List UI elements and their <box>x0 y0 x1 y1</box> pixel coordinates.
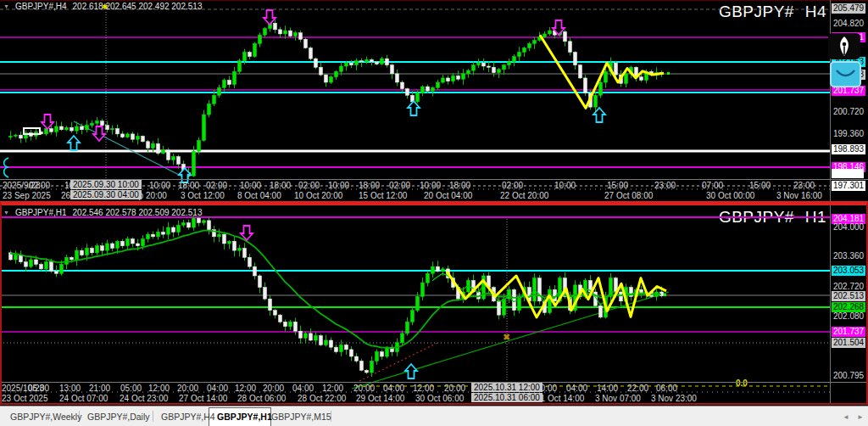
indicator-zero-label: 0.0 <box>736 378 748 388</box>
time-label: 12:00 <box>322 384 343 393</box>
sell-arrow-icon <box>264 10 275 25</box>
time-label: 15:00 <box>607 181 628 190</box>
time-label: 18:00 <box>359 181 380 190</box>
price-label: 202.080 <box>832 311 865 322</box>
price-label: 198.893 <box>832 144 865 154</box>
date-label: 3 Oct 12:00 <box>181 191 225 200</box>
time-label: 20:00 <box>353 384 375 393</box>
price-label: 203.360 <box>832 251 865 261</box>
price-label: 204.000 <box>832 222 865 233</box>
tab-gbpjpy-m15[interactable]: GBPJPY#,M15 <box>271 412 331 422</box>
window-top-edge <box>0 0 868 1</box>
chart-symbol-h1: GBPJPY#,H1 <box>15 208 67 217</box>
date-label: 24 Oct 07:00 <box>59 394 108 403</box>
time-label: 04:00 <box>383 384 404 393</box>
chart-header-h1: ▼ GBPJPY#,H1 202.546 202.578 202.509 202… <box>3 208 202 217</box>
price-axis-separator <box>830 0 831 405</box>
crosshair-time-tooltip: 2025.10.31 12:00 <box>471 383 542 392</box>
tab-gbpjpy-weekly[interactable]: GBPJPY#,Weekly <box>10 412 81 422</box>
tab-scroll-right-icon[interactable]: ► <box>857 413 864 421</box>
date-label: 27 Oct 14:00 <box>179 394 227 403</box>
last-price-dot <box>667 72 670 75</box>
smile-chat-icon[interactable] <box>830 61 861 87</box>
date-label: 30 Oct 00:00 <box>706 191 754 200</box>
tab-gbpjpy-h4[interactable]: GBPJPY#,H4 <box>161 412 215 422</box>
time-label: 02:00 <box>206 181 227 190</box>
time-label: 10:00 <box>328 181 349 190</box>
date-label: 10 Oct 20:00 <box>294 191 342 200</box>
tab-separator <box>153 411 153 422</box>
price-label: 199.360 <box>832 129 865 139</box>
tab-scroll-left-icon[interactable]: ◄ <box>843 413 849 421</box>
time-label: 06:00 <box>656 384 677 393</box>
date-label: 28 Oct 06:00 <box>237 394 286 403</box>
date-label: 3 Nov 07:00 <box>595 394 641 403</box>
time-label: 10:00 <box>240 181 261 190</box>
time-label: 12:00 <box>413 384 434 393</box>
pen-annotate-icon[interactable] <box>828 33 860 59</box>
chart-tab-bar: GBPJPY#,WeeklyGBPJPY#,DailyGBPJPY#,H4GBP… <box>0 406 868 426</box>
time-label: 02:00 <box>389 181 410 190</box>
time-label: 10:00 <box>554 181 576 190</box>
time-label: 15:00 <box>749 181 771 190</box>
date-label: 23 Oct 2025 <box>2 394 47 403</box>
tab-gbpjpy-daily[interactable]: GBPJPY#,Daily <box>87 412 150 422</box>
star-marker-icon: ✱ <box>102 3 108 12</box>
date-label: 22 Oct 20:00 <box>500 191 548 200</box>
buy-arrow-icon <box>68 136 80 150</box>
tab-gbpjpy-h1[interactable]: GBPJPY#,H1 <box>217 412 272 422</box>
time-axis-separator <box>0 382 868 383</box>
collapse-chevron-icon[interactable]: ▼ <box>3 210 9 216</box>
price-label: 203.053 <box>832 266 865 276</box>
price-label: 197.301 <box>832 181 865 191</box>
date-label: 3 Nov 23:00 <box>651 394 697 403</box>
time-label: 12:00 <box>235 384 256 393</box>
price-label: 205.479 <box>832 3 865 14</box>
date-label: 8 Oct 04:00 <box>237 191 281 200</box>
date-label: 15 Oct 12:00 <box>359 191 407 200</box>
date-label: 27 Oct 08:00 <box>604 191 653 200</box>
time-label: 02:00 <box>298 181 320 190</box>
time-label: 10:00 <box>149 181 170 190</box>
price-label: 200.720 <box>832 107 865 117</box>
x-marker-icon: ✖ <box>503 333 510 342</box>
sell-arrow-icon <box>241 226 253 240</box>
trendline <box>74 121 184 177</box>
trading-terminal-window: ▼ GBPJPY#,H4 202.618 202.645 202.492 202… <box>0 0 868 426</box>
price-label: 201.504 <box>832 338 865 348</box>
time-label: 05:00 <box>120 384 142 393</box>
collapse-chevron-icon[interactable]: ▼ <box>3 3 9 9</box>
zigzag-line <box>540 35 664 108</box>
time-label: 02:00 <box>29 181 50 190</box>
time-label: 20:00 <box>177 384 198 393</box>
time-label: 18:00 <box>270 181 291 190</box>
time-label: 18:00 <box>449 181 470 190</box>
time-label: 12:00 <box>148 384 170 393</box>
price-label: 201.737 <box>832 327 865 337</box>
crosshair-date-tooltip: 2025.09.30 04:00 <box>70 190 142 199</box>
date-label: 28 Oct 22:00 <box>298 394 346 403</box>
chart-symbol-h4: GBPJPY#,H4 <box>15 2 67 11</box>
date-label: 24 Oct 23:00 <box>120 394 168 403</box>
chart-ohlc-h1: 202.546 202.578 202.509 202.513 <box>73 208 203 217</box>
date-label: 20 Oct 04:00 <box>424 191 472 200</box>
time-label: 22:00 <box>627 384 648 393</box>
price-label <box>832 169 864 178</box>
price-label: 204.820 <box>832 19 865 29</box>
date-label: 29 Oct 14:00 <box>356 394 404 403</box>
time-label: 05:00 <box>28 384 49 393</box>
time-label: 04:00 <box>207 384 228 393</box>
time-label: 23:00 <box>793 181 815 190</box>
price-label: 202.513 <box>832 291 865 301</box>
time-label: 21:00 <box>89 384 110 393</box>
date-label: 23 Sep 2025 <box>3 191 51 200</box>
time-label: 23:00 <box>654 181 676 190</box>
time-label: 20:00 <box>444 384 465 393</box>
crosshair-date-tooltip: 2025.10.31 06:00 <box>471 393 542 402</box>
chart-ohlc-h4: 202.618 202.645 202.492 202.513 <box>73 2 203 11</box>
time-label: 20:00 <box>263 384 284 393</box>
price-label: 200.795 <box>832 371 865 381</box>
date-label: 31 Oct 14:00 <box>536 394 584 403</box>
time-label: 04:00 <box>566 384 587 393</box>
crosshair-time-tooltip: 2025.09.30 10:00 <box>70 180 142 189</box>
